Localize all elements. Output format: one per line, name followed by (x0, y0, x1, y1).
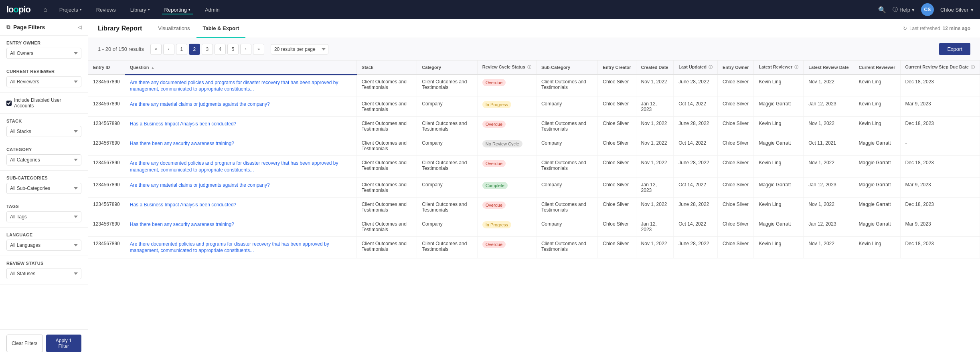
cell-due-date: Dec 18, 2023 (900, 117, 980, 136)
page-button-1[interactable]: 1 (176, 44, 187, 55)
last-page-button[interactable]: » (253, 44, 264, 55)
table-row: 1234567890 Has there been any security a… (88, 136, 980, 156)
avatar: CS (921, 3, 934, 16)
cell-stack: Client Outcomes and Testimonials (356, 97, 417, 117)
cell-status: Overdue (477, 75, 536, 97)
cell-created: Nov 1, 2022 (636, 197, 674, 217)
cell-stack: Client Outcomes and Testimonials (356, 197, 417, 217)
col-question[interactable]: Question ▲ (125, 61, 356, 75)
cell-latest-review-date: Oct 11, 2021 (804, 136, 854, 156)
table-header-row: Entry ID Question ▲ Stack Category Revie… (88, 61, 980, 75)
cell-latest-reviewer: Kevin Ling (754, 117, 804, 136)
sub-categories-select[interactable]: All Sub-Categories (6, 183, 81, 194)
review-status-select[interactable]: All Statuses (6, 268, 81, 279)
cell-current-reviewer: Kevin Ling (854, 117, 900, 136)
question-link[interactable]: Has a Business Impact Analysis been cond… (130, 121, 352, 127)
cell-stack: Client Outcomes and Testimonials (356, 75, 417, 97)
table-row: 1234567890 Has a Business Impact Analysi… (88, 197, 980, 217)
cell-category: Client Outcomes and Testimonials (417, 156, 477, 178)
col-current-review-step-due-date: Current Review Step Due Date ⓘ (900, 61, 980, 75)
tags-select[interactable]: All Tags (6, 211, 81, 222)
home-icon[interactable]: ⌂ (43, 6, 47, 13)
page-button-4[interactable]: 4 (215, 44, 226, 55)
clear-filters-button[interactable]: Clear Filters (6, 335, 43, 352)
status-badge: Complete (482, 182, 508, 189)
projects-arrow-icon: ▾ (80, 8, 82, 12)
cell-question: Has a Business Impact Analysis been cond… (125, 197, 356, 217)
cell-due-date: Dec 18, 2023 (900, 197, 980, 217)
tab-table-export[interactable]: Table & Export (196, 20, 246, 38)
include-disabled-checkbox-row[interactable]: Include Disabled User Accounts (6, 97, 81, 109)
cell-entry-owner: Chloe Silver (718, 136, 754, 156)
category-select[interactable]: All Categories (6, 154, 81, 165)
cell-entry-id: 1234567890 (88, 197, 125, 217)
cell-due-date: Dec 18, 2023 (900, 156, 980, 178)
cell-last-updated: Oct 14, 2022 (674, 177, 718, 197)
nav-library[interactable]: Library ▾ (128, 5, 152, 14)
page-button-2[interactable]: 2 (189, 44, 200, 55)
include-disabled-section: Include Disabled User Accounts (0, 93, 88, 114)
language-select[interactable]: All Languages (6, 240, 81, 251)
question-link[interactable]: Are there any documented policies and pr… (130, 79, 352, 93)
results-count: 1 - 20 of 150 results (98, 46, 144, 52)
apply-filter-button[interactable]: Apply 1 Filter (46, 335, 82, 352)
cell-latest-review-date: Jan 12, 2023 (804, 177, 854, 197)
per-page-select[interactable]: 20 results per page 50 results per page … (271, 44, 328, 54)
cell-current-reviewer: Maggie Garratt (854, 217, 900, 236)
entry-owner-select[interactable]: All Owners (6, 48, 81, 59)
cell-question: Has there been any security awareness tr… (125, 217, 356, 236)
cell-current-reviewer: Maggie Garratt (854, 177, 900, 197)
nav-reporting[interactable]: Reporting ▾ (162, 5, 193, 14)
cell-latest-reviewer: Maggie Garratt (754, 217, 804, 236)
nav-admin[interactable]: Admin (202, 5, 222, 14)
cell-sub-category: Company (536, 177, 597, 197)
current-reviewer-select[interactable]: All Reviewers (6, 76, 81, 87)
question-link[interactable]: Has there been any security awareness tr… (130, 140, 352, 147)
language-label: Language (6, 232, 81, 237)
table-row: 1234567890 Are there documented policies… (88, 236, 980, 258)
refresh-icon[interactable]: ↻ (903, 26, 907, 31)
library-arrow-icon: ▾ (148, 8, 150, 12)
cell-status: Complete (477, 177, 536, 197)
question-link[interactable]: Are there any material claims or judgmen… (130, 182, 352, 189)
question-link[interactable]: Are there any material claims or judgmen… (130, 101, 352, 108)
help-menu[interactable]: ⓘ Help ▾ (893, 6, 915, 13)
cell-question: Are there any material claims or judgmen… (125, 177, 356, 197)
nav-reviews[interactable]: Reviews (94, 5, 118, 14)
cell-due-date: Mar 9, 2023 (900, 217, 980, 236)
next-page-button[interactable]: › (240, 44, 251, 55)
question-link[interactable]: Are there documented policies and progra… (130, 241, 352, 254)
nav-projects[interactable]: Projects ▾ (57, 5, 84, 14)
cell-entry-id: 1234567890 (88, 97, 125, 117)
filter-icon: ⧉ (6, 24, 10, 30)
question-link[interactable]: Has a Business Impact Analysis been cond… (130, 202, 352, 208)
page-button-5[interactable]: 5 (227, 44, 239, 55)
first-page-button[interactable]: « (150, 44, 162, 55)
table-row: 1234567890 Has there been any security a… (88, 217, 980, 236)
col-latest-review-date: Latest Review Date (804, 61, 854, 75)
cell-latest-review-date: Jan 12, 2023 (804, 97, 854, 117)
include-disabled-checkbox[interactable] (6, 101, 12, 106)
data-table-wrapper[interactable]: Entry ID Question ▲ Stack Category Revie… (88, 61, 980, 357)
cell-latest-reviewer: Kevin Ling (754, 156, 804, 178)
export-button[interactable]: Export (939, 43, 970, 55)
page-button-3[interactable]: 3 (202, 44, 213, 55)
cell-stack: Client Outcomes and Testimonials (356, 177, 417, 197)
stack-select[interactable]: All Stacks (6, 126, 81, 137)
collapse-sidebar-button[interactable]: ◁ (78, 24, 81, 30)
last-updated-info-icon: ⓘ (709, 65, 713, 69)
user-menu[interactable]: Chloe Silver ▾ (940, 7, 974, 13)
cell-creator: Chloe Silver (598, 75, 636, 97)
question-link[interactable]: Has there been any security awareness tr… (130, 221, 352, 228)
cell-creator: Chloe Silver (598, 217, 636, 236)
app-logo[interactable]: loopio (6, 4, 30, 15)
review-status-section: Review Status All Statuses (0, 256, 88, 284)
cell-creator: Chloe Silver (598, 156, 636, 178)
question-link[interactable]: Are there any documented policies and pr… (130, 160, 352, 173)
cell-status: Overdue (477, 197, 536, 217)
search-icon[interactable]: 🔍 (878, 6, 886, 14)
prev-page-button[interactable]: ‹ (163, 44, 174, 55)
cell-category: Company (417, 217, 477, 236)
tab-visualizations[interactable]: Visualizations (152, 20, 196, 38)
stack-section: Stack All Stacks (0, 114, 88, 142)
